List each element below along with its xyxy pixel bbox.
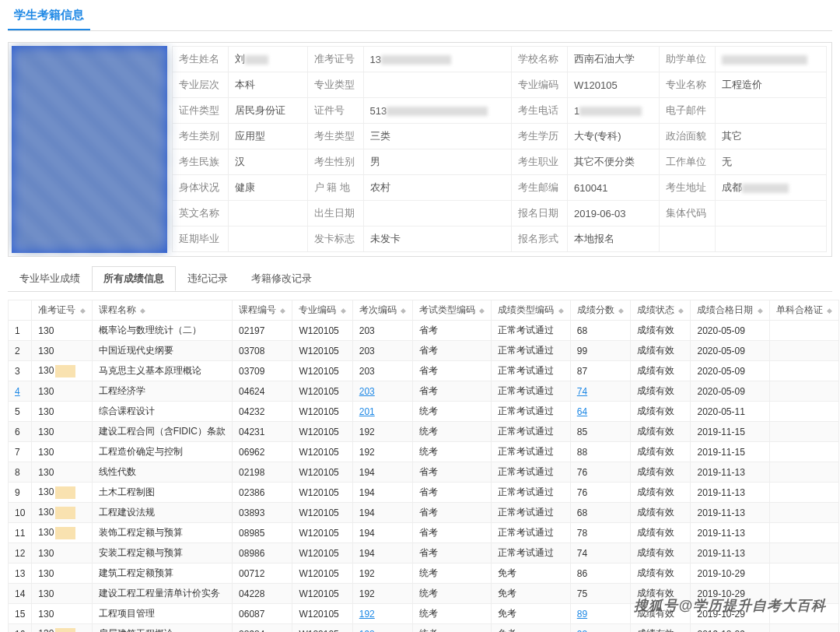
label-gender: 考生性别 xyxy=(307,149,363,175)
col-2[interactable]: 课程名称 ◆ xyxy=(92,300,232,321)
link[interactable]: 192 xyxy=(359,629,375,633)
label-address: 考生地址 xyxy=(659,175,715,201)
link[interactable]: 192 xyxy=(359,609,375,620)
value-group_code xyxy=(715,201,826,226)
col-0 xyxy=(9,300,32,321)
label-exam_no: 准考证号 xyxy=(307,47,363,72)
value-major_code: W120105 xyxy=(567,72,659,98)
label-reg_date: 报名日期 xyxy=(511,201,567,226)
value-level: 本科 xyxy=(229,72,308,98)
sort-icon: ◆ xyxy=(140,307,145,314)
label-level: 专业层次 xyxy=(173,72,229,98)
value-en_name xyxy=(229,201,308,226)
table-row[interactable]: 9130土木工程制图02386W120105194省考正常考试通过76成绩有效2… xyxy=(9,483,839,503)
page-title: 学生考籍信息 xyxy=(8,0,90,30)
link[interactable]: 89 xyxy=(577,609,587,620)
label-postcode: 考生邮编 xyxy=(511,175,567,201)
tab-2[interactable]: 违纪记录 xyxy=(176,266,240,291)
col-4[interactable]: 专业编码 ◆ xyxy=(292,300,352,321)
table-row[interactable]: 10130工程建设法规03893W120105194省考正常考试通过68成绩有效… xyxy=(9,503,839,523)
link[interactable]: 74 xyxy=(577,386,587,397)
label-major_code: 专业编码 xyxy=(511,72,567,98)
value-cand_cat: 应用型 xyxy=(229,124,308,149)
label-hukou: 户 籍 地 xyxy=(307,175,363,201)
col-7[interactable]: 成绩类型编码 ◆ xyxy=(492,300,570,321)
value-edu: 大专(专科) xyxy=(567,124,659,149)
label-ethnic: 考生民族 xyxy=(173,149,229,175)
table-row[interactable]: 11130装饰工程定额与预算08985W120105194省考正常考试通过78成… xyxy=(9,523,839,543)
student-photo xyxy=(12,46,167,253)
sort-icon: ◆ xyxy=(758,307,763,314)
label-en_name: 英文名称 xyxy=(173,201,229,226)
label-school: 学校名称 xyxy=(511,47,567,72)
sort-icon: ◆ xyxy=(341,307,346,314)
value-address: 成都 xyxy=(715,175,826,201)
col-9[interactable]: 成绩状态 ◆ xyxy=(631,300,691,321)
student-info-panel: 考生姓名刘准考证号13学校名称西南石油大学助学单位专业层次本科专业类型专业编码W… xyxy=(8,42,832,257)
sort-icon: ◆ xyxy=(678,307,684,314)
value-ethnic: 汉 xyxy=(229,149,308,175)
label-workplace: 工作单位 xyxy=(659,149,715,175)
value-sponsor xyxy=(715,47,826,72)
value-defer xyxy=(229,226,308,252)
value-health: 健康 xyxy=(229,175,308,201)
table-row[interactable]: 16130房屋建筑工程概论08984W120105192统考免考93成绩有效20… xyxy=(9,624,839,633)
value-school: 西南石油大学 xyxy=(567,47,659,72)
label-cand_type: 考生类型 xyxy=(307,124,363,149)
col-3[interactable]: 课程编号 ◆ xyxy=(233,300,292,321)
label-name: 考生姓名 xyxy=(173,47,229,72)
label-card_flag: 发卡标志 xyxy=(307,226,363,252)
col-10[interactable]: 成绩合格日期 ◆ xyxy=(691,300,769,321)
label-defer: 延期毕业 xyxy=(173,226,229,252)
table-row[interactable]: 5130综合课程设计04232W120105201统考正常考试通过64成绩有效2… xyxy=(9,402,839,422)
sort-icon: ◆ xyxy=(827,307,832,314)
value-id_type: 居民身份证 xyxy=(229,98,308,124)
table-row[interactable]: 2130中国近现代史纲要03708W120105203省考正常考试通过99成绩有… xyxy=(9,341,839,361)
value-cand_type: 三类 xyxy=(363,124,511,149)
table-row[interactable]: 8130线性代数02198W120105194省考正常考试通过76成绩有效201… xyxy=(9,462,839,483)
value-politics: 其它 xyxy=(715,124,826,149)
col-8[interactable]: 成绩分数 ◆ xyxy=(570,300,630,321)
link[interactable]: 93 xyxy=(577,629,587,633)
value-phone: 1 xyxy=(567,98,659,124)
grid-header-row: 准考证号 ◆课程名称 ◆课程编号 ◆专业编码 ◆考次编码 ◆考试类型编码 ◆成绩… xyxy=(9,300,839,321)
label-phone: 考生电话 xyxy=(511,98,567,124)
label-type: 专业类型 xyxy=(307,72,363,98)
tabs: 专业毕业成绩所有成绩信息违纪记录考籍修改记录 xyxy=(8,266,832,292)
label-email: 电子邮件 xyxy=(659,98,715,124)
table-row[interactable]: 6130建设工程合同（含FIDIC）条款04231W120105192统考正常考… xyxy=(9,422,839,442)
link[interactable]: 203 xyxy=(359,386,375,397)
tab-3[interactable]: 考籍修改记录 xyxy=(240,266,324,291)
sort-icon: ◆ xyxy=(280,307,285,314)
col-5[interactable]: 考次编码 ◆ xyxy=(352,300,412,321)
table-row[interactable]: 3130马克思主义基本原理概论03709W120105203省考正常考试通过87… xyxy=(9,361,839,381)
col-1[interactable]: 准考证号 ◆ xyxy=(32,300,92,321)
watermark: 搜狐号@学历提升自考大百科 xyxy=(634,596,826,615)
value-card_flag: 未发卡 xyxy=(363,226,511,252)
table-row[interactable]: 4130工程经济学04624W120105203省考正常考试通过74成绩有效20… xyxy=(9,381,839,402)
link[interactable]: 4 xyxy=(15,386,20,397)
label-health: 身体状况 xyxy=(173,175,229,201)
value-postcode: 610041 xyxy=(567,175,659,201)
tab-1[interactable]: 所有成绩信息 xyxy=(92,266,176,291)
label-sponsor: 助学单位 xyxy=(659,47,715,72)
col-6[interactable]: 考试类型编码 ◆ xyxy=(413,300,492,321)
value-name: 刘 xyxy=(229,47,308,72)
label-major_name: 专业名称 xyxy=(659,72,715,98)
table-row[interactable]: 1130概率论与数理统计（二）02197W120105203省考正常考试通过68… xyxy=(9,321,839,341)
label-reg_form: 报名形式 xyxy=(511,226,567,252)
table-row[interactable]: 13130建筑工程定额预算00712W120105192统考免考86成绩有效20… xyxy=(9,564,839,584)
value-reg_form: 本地报名 xyxy=(567,226,659,252)
value-type xyxy=(363,72,511,98)
link[interactable]: 64 xyxy=(577,406,587,417)
tab-0[interactable]: 专业毕业成绩 xyxy=(8,266,92,291)
label-politics: 政治面貌 xyxy=(659,124,715,149)
col-11[interactable]: 单科合格证 ◆ xyxy=(769,300,838,321)
value-major_name: 工程造价 xyxy=(715,72,826,98)
info-table: 考生姓名刘准考证号13学校名称西南石油大学助学单位专业层次本科专业类型专业编码W… xyxy=(172,46,827,252)
sort-icon: ◆ xyxy=(618,307,624,314)
table-row[interactable]: 12130安装工程定额与预算08986W120105194省考正常考试通过74成… xyxy=(9,543,839,564)
value-gender: 男 xyxy=(363,149,511,175)
link[interactable]: 201 xyxy=(359,406,375,417)
table-row[interactable]: 7130工程造价确定与控制06962W120105192统考正常考试通过88成绩… xyxy=(9,442,839,462)
